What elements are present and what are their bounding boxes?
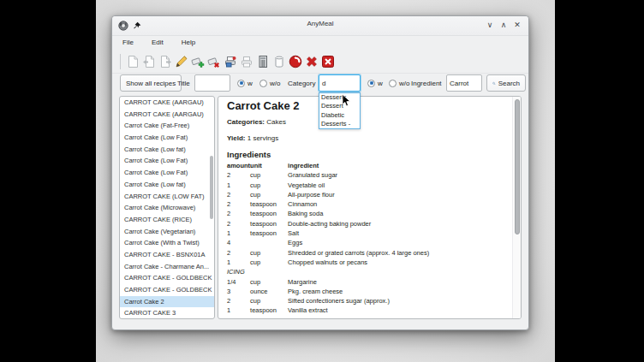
ingredient-cell-unit: teaspoon xyxy=(250,306,288,315)
dropdown-option[interactable]: Diabetic xyxy=(319,111,360,120)
list-item[interactable]: Carrot Cake (With a Twist) xyxy=(120,237,214,249)
ingredient-cell-unit: teaspoon xyxy=(250,199,288,209)
export-document-icon xyxy=(158,55,172,68)
recipe-list: CARROT CAKE (AARGAU)CARROT CAKE (AARGAU)… xyxy=(120,97,214,319)
close-button[interactable]: ✕ xyxy=(511,19,523,31)
title-without-radio[interactable]: w/o xyxy=(259,74,280,92)
list-item[interactable]: CARROT CAKE 3 xyxy=(120,307,214,319)
add-recipe-button[interactable] xyxy=(189,53,206,69)
eraser-add-icon xyxy=(191,55,205,68)
recipe-detail-panel: Carrot Cake 2 Categories: Cakes Yield: 1… xyxy=(218,96,522,319)
recipe-detail-scroll-track[interactable] xyxy=(512,97,521,318)
ingredient-cell-ingredient: Shredded or grated carrots (approx. 4 la… xyxy=(288,248,429,258)
amount-header: amount xyxy=(227,161,250,170)
list-item[interactable]: CARROT CAKE (RICE) xyxy=(120,214,214,226)
list-item[interactable]: Carrot Cake 2 xyxy=(120,296,214,308)
menu-file[interactable]: File xyxy=(121,37,135,48)
list-item[interactable]: Carrot Cake (Low fat) xyxy=(120,179,214,191)
export-recipe-button[interactable] xyxy=(157,53,173,69)
ingredient-row: 1teaspoonVanilla extract xyxy=(227,306,429,315)
ingredient-cell-ingredient: Cinnamon xyxy=(288,199,429,209)
list-item[interactable]: Carrot Cake (Low Fat) xyxy=(120,155,214,167)
list-item[interactable]: CARROT CAKE - GOLDBECK xyxy=(120,284,214,296)
show-all-recipes-button[interactable]: Show all recipes xyxy=(120,74,182,92)
ingredient-cell-amount: 2 xyxy=(227,248,250,258)
quit-button[interactable] xyxy=(319,53,336,69)
dropdown-option[interactable]: Desserts - xyxy=(319,120,360,128)
ingredient-cell-amount: 2 xyxy=(227,209,250,218)
cancel-button[interactable] xyxy=(303,53,319,69)
ingredient-input[interactable]: Carrot xyxy=(446,74,482,92)
ingredient-cell-amount: 2 xyxy=(227,219,250,228)
quit-icon xyxy=(321,55,335,68)
ingredient-row: 2cupShredded or grated carrots (approx. … xyxy=(227,248,429,258)
ingredient-cell-unit xyxy=(250,238,288,247)
list-item[interactable]: CARROT CAKE (AARGAU) xyxy=(120,109,214,121)
ingredient-cell-amount: 1 xyxy=(227,228,250,238)
edit-recipe-button[interactable] xyxy=(173,53,189,69)
toolbar xyxy=(112,50,528,74)
ingredient-row: 1cupChopped walnuts or pecans xyxy=(227,258,429,267)
new-recipe-button[interactable] xyxy=(124,53,140,69)
dropdown-option[interactable]: Dessert xyxy=(319,102,360,110)
radio-selected-icon[interactable] xyxy=(367,80,375,87)
category-dropdown: DessertsDessertDiabeticDesserts - xyxy=(319,92,361,129)
import-recipe-button[interactable] xyxy=(140,53,157,69)
list-item[interactable]: CARROT CAKE (AARGAU) xyxy=(120,97,214,109)
radio-unselected-icon[interactable] xyxy=(259,80,267,87)
list-item[interactable]: CARROT CAKE (LOW FAT) xyxy=(120,191,214,203)
category-input[interactable]: d xyxy=(319,74,361,92)
ingredient-cell-amount: 1 xyxy=(227,181,250,190)
ingredient-cell-unit: cup xyxy=(250,190,288,199)
ingredients-heading: Ingredients xyxy=(227,150,512,159)
ingredient-row: ICING xyxy=(227,267,429,276)
categories-label: Categories: xyxy=(227,118,265,126)
dropdown-option[interactable]: Desserts xyxy=(319,93,360,102)
ingredient-cell-unit: teaspoon xyxy=(250,209,288,218)
minimize-button[interactable]: ∨ xyxy=(484,19,496,31)
ingredient-cell-unit: cup xyxy=(250,258,288,267)
search-button-label: Search xyxy=(498,80,520,87)
list-item[interactable]: Carrot Cake (Vegetarian) xyxy=(120,226,214,238)
menu-help[interactable]: Help xyxy=(180,37,197,48)
maximize-button[interactable]: ∧ xyxy=(498,19,510,31)
recipe-list-scrollbar[interactable] xyxy=(210,156,213,219)
ingredient-cell-ingredient: Vegetable oil xyxy=(288,181,429,190)
title-with-radio[interactable]: w xyxy=(237,74,253,92)
list-item[interactable]: Carrot Cake (Microwave) xyxy=(120,202,214,214)
ingredient-row: 2cupGranulated sugar xyxy=(227,170,429,180)
title-without-label: w/o xyxy=(270,80,280,87)
trash-button[interactable] xyxy=(271,53,287,69)
title-with-label: w xyxy=(247,80,253,87)
radio-selected-icon[interactable] xyxy=(237,80,245,87)
recipe-detail-scrollbar[interactable] xyxy=(515,99,520,234)
list-item[interactable]: CARROT CAKE - BSNX01A xyxy=(120,249,214,261)
toolbar-separator xyxy=(120,54,121,69)
title-bar[interactable]: AnyMeal ∨ ∧ ✕ xyxy=(112,16,528,36)
calculator-icon xyxy=(256,55,270,68)
delete-recipe-button[interactable] xyxy=(206,53,222,69)
ingredient-row: 2teaspoonBaking soda xyxy=(227,209,429,218)
stop-button[interactable] xyxy=(287,53,303,69)
calculator-button[interactable] xyxy=(254,53,271,69)
list-item[interactable]: CARROT CAKE - GOLDBECK xyxy=(120,272,214,284)
list-item[interactable]: Carrot Cake (Low Fat) xyxy=(120,167,214,179)
category-with-radio[interactable]: w xyxy=(367,74,383,92)
print-preview-button[interactable] xyxy=(238,53,254,69)
list-item[interactable]: Carrot Cake - Charmane An... xyxy=(120,261,214,273)
list-item[interactable]: Carrot Cake (Low Fat) xyxy=(120,132,214,144)
radio-unselected-icon[interactable] xyxy=(389,80,397,87)
list-item[interactable]: Carrot Cake (Fat-Free) xyxy=(120,120,214,132)
print-recipe-button[interactable] xyxy=(222,53,238,69)
menu-edit[interactable]: Edit xyxy=(150,37,165,48)
cancel-x-icon xyxy=(305,55,319,68)
recipe-categories: Categories: Cakes xyxy=(227,118,512,126)
category-without-radio[interactable]: w/o xyxy=(389,74,409,92)
ingredient-cell-unit: teaspoon xyxy=(250,228,288,238)
title-input[interactable] xyxy=(194,74,230,92)
ingredient-cell-ingredient: Eggs xyxy=(288,238,429,247)
list-item[interactable]: Carrot Cake (Low fat) xyxy=(120,144,214,156)
search-button[interactable]: Search xyxy=(486,74,526,92)
ingredient-cell-ingredient: Salt xyxy=(288,228,429,238)
ingredient-row: 1cupVegetable oil xyxy=(227,181,429,190)
